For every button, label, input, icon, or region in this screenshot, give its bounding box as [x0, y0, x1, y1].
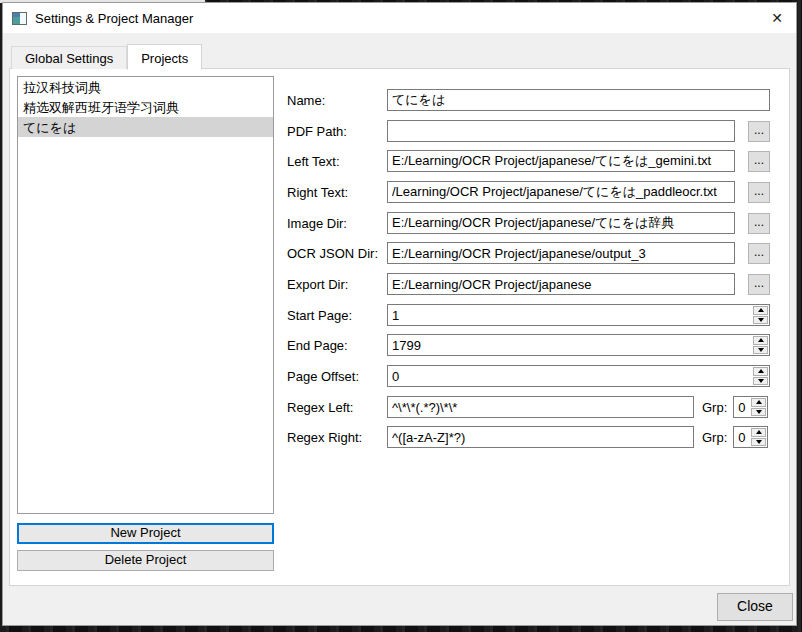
project-list[interactable]: 拉汉科技词典 精选双解西班牙语学习词典 てにをは	[17, 76, 274, 514]
up-arrow-icon	[756, 400, 762, 404]
ocr-json-dir-label: OCR JSON Dir:	[287, 246, 387, 261]
regex-left-input[interactable]	[387, 396, 694, 418]
tab-global-settings[interactable]: Global Settings	[11, 46, 127, 69]
export-dir-browse-button[interactable]: ...	[748, 274, 770, 295]
up-arrow-icon	[756, 430, 762, 434]
page-offset-spin-up-button[interactable]	[753, 367, 768, 376]
end-page-input[interactable]	[388, 335, 752, 355]
regex-right-grp-input[interactable]	[734, 427, 750, 447]
regex-right-grp-label: Grp:	[702, 430, 727, 445]
tab-bar: Global Settings Projects	[11, 43, 202, 69]
regex-left-grp-spinbox	[733, 396, 768, 418]
regex-left-grp-label: Grp:	[702, 400, 727, 415]
down-arrow-icon	[758, 318, 764, 322]
regex-right-input[interactable]	[387, 426, 694, 448]
image-dir-label: Image Dir:	[287, 216, 387, 231]
regex-left-grp-input[interactable]	[734, 397, 750, 417]
regex-right-grp-spin-up-button[interactable]	[751, 428, 766, 437]
up-arrow-icon	[758, 369, 764, 373]
right-text-label: Right Text:	[287, 185, 387, 200]
regex-right-grp-spin-down-button[interactable]	[751, 438, 766, 447]
export-dir-label: Export Dir:	[287, 277, 387, 292]
down-arrow-icon	[756, 440, 762, 444]
close-button[interactable]: Close	[717, 593, 793, 621]
down-arrow-icon	[758, 348, 764, 352]
page-offset-spin-down-button[interactable]	[753, 377, 768, 386]
new-project-button[interactable]: New Project	[17, 523, 274, 544]
page-offset-input[interactable]	[388, 366, 752, 386]
project-list-item[interactable]: 精选双解西班牙语学习词典	[18, 97, 273, 117]
up-arrow-icon	[758, 338, 764, 342]
start-page-label: Start Page:	[287, 308, 387, 323]
image-dir-browse-button[interactable]: ...	[748, 213, 770, 234]
right-text-browse-button[interactable]: ...	[748, 182, 770, 203]
regex-right-label: Regex Right:	[287, 430, 387, 445]
page-offset-label: Page Offset:	[287, 369, 387, 384]
end-page-spin-up-button[interactable]	[753, 336, 768, 345]
left-text-browse-button[interactable]: ...	[748, 151, 770, 172]
down-arrow-icon	[758, 379, 764, 383]
end-page-spinbox	[387, 334, 770, 356]
export-dir-input[interactable]	[387, 273, 735, 295]
ocr-json-dir-browse-button[interactable]: ...	[748, 243, 770, 264]
regex-right-grp-spinbox	[733, 426, 768, 448]
pdf-path-input[interactable]	[387, 120, 735, 142]
regex-left-grp-spin-up-button[interactable]	[751, 398, 766, 407]
up-arrow-icon	[758, 308, 764, 312]
end-page-label: End Page:	[287, 338, 387, 353]
start-page-spin-up-button[interactable]	[753, 306, 768, 315]
down-arrow-icon	[756, 410, 762, 414]
left-text-input[interactable]	[387, 150, 735, 172]
start-page-spin-down-button[interactable]	[753, 316, 768, 325]
page-offset-spinbox	[387, 365, 770, 387]
projects-tab-pane: 拉汉科技词典 精选双解西班牙语学习词典 てにをは New Project Del…	[9, 68, 790, 586]
right-text-input[interactable]	[387, 181, 735, 203]
window-title: Settings & Project Manager	[35, 11, 193, 26]
project-list-item[interactable]: 拉汉科技词典	[18, 77, 273, 97]
name-input[interactable]	[387, 89, 770, 111]
pdf-path-label: PDF Path:	[287, 124, 387, 139]
end-page-spin-down-button[interactable]	[753, 346, 768, 355]
pdf-path-browse-button[interactable]: ...	[748, 121, 770, 142]
title-bar[interactable]: Settings & Project Manager ✕	[3, 3, 796, 33]
left-text-label: Left Text:	[287, 154, 387, 169]
regex-left-label: Regex Left:	[287, 400, 387, 415]
window-close-button[interactable]: ✕	[764, 6, 790, 30]
start-page-input[interactable]	[388, 305, 752, 325]
tab-projects[interactable]: Projects	[127, 44, 202, 70]
delete-project-button[interactable]: Delete Project	[17, 550, 274, 571]
start-page-spinbox	[387, 304, 770, 326]
settings-project-manager-dialog: Settings & Project Manager ✕ Global Sett…	[2, 2, 797, 626]
project-list-item-selected[interactable]: てにをは	[18, 117, 273, 137]
ocr-json-dir-input[interactable]	[387, 242, 735, 264]
name-label: Name:	[287, 93, 387, 108]
regex-left-grp-spin-down-button[interactable]	[751, 408, 766, 417]
app-window-icon	[12, 12, 27, 25]
image-dir-input[interactable]	[387, 212, 735, 234]
